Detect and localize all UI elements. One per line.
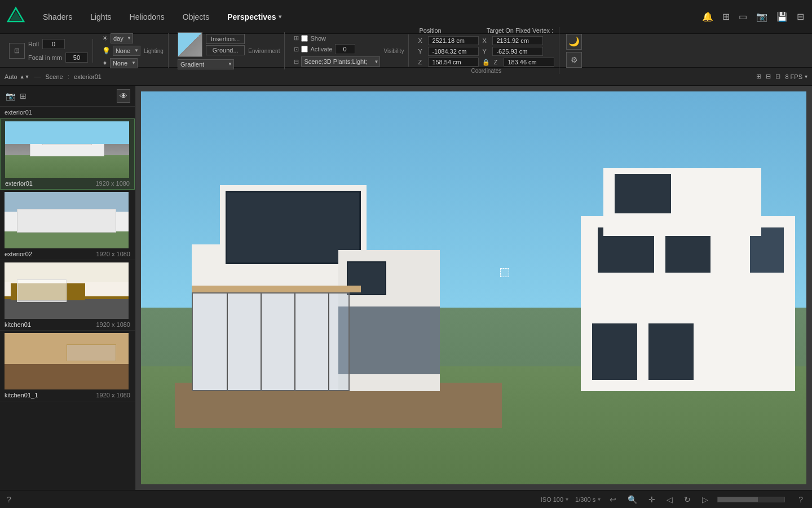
window-right-upper — [615, 174, 671, 213]
roll-input[interactable] — [42, 39, 65, 49]
activate-label: Activate — [310, 46, 332, 52]
sub-toolbar: Auto ▲▼ — Scene : exterior01 ⊞ ⊟ ⊡ 8 FPS… — [0, 68, 812, 86]
ground-button[interactable]: Ground... — [206, 45, 245, 55]
activate-value[interactable] — [335, 44, 355, 54]
focal-label: Focal in mm — [28, 54, 62, 61]
pos-z-input[interactable] — [428, 58, 479, 67]
scene-background — [141, 91, 806, 484]
sidebar-icon-camera[interactable]: 📷 — [5, 90, 16, 102]
pos-y-input[interactable] — [428, 47, 479, 56]
thumb-exterior01-img — [5, 121, 129, 178]
sub-toolbar-right: ⊞ ⊟ ⊡ 8 FPS ▾ — [756, 73, 807, 80]
camera-name[interactable]: exterior01 — [74, 73, 102, 80]
scene-visibility-select[interactable]: Scene;3D Plants;Light; — [301, 56, 380, 67]
menu-shaders[interactable]: Shaders — [35, 9, 80, 25]
glass-mullion-3 — [294, 294, 295, 390]
coordinates-label: Coordinates — [471, 68, 501, 74]
activate-icon: ⊡ — [294, 46, 299, 53]
sun-icon: ☀ — [102, 34, 108, 42]
camera-settings: ⊡ Roll Focal in mm — [5, 39, 93, 63]
sub-icon-grid2[interactable]: ⊟ — [766, 73, 771, 80]
persp-info-exterior02: exterior02 1920 x 1080 — [5, 251, 130, 257]
iso-arrow[interactable]: ▾ — [566, 496, 568, 502]
sub-icon-grid1[interactable]: ⊞ — [756, 73, 761, 80]
canopy — [192, 286, 361, 292]
none-select-2[interactable]: None — [110, 58, 138, 68]
auto-dropdown[interactable]: Auto ▲▼ — [5, 73, 29, 80]
perspectives-dropdown-arrow: ▾ — [279, 14, 281, 20]
main-area: 📷 ⊞ 👁 exterior01 exterior01 1920 x 1080 — [0, 86, 812, 490]
zoom-button[interactable]: 🔍 — [625, 494, 639, 505]
sidebar-tool-icons: 📷 ⊞ — [5, 90, 28, 102]
icon-window[interactable]: ▭ — [736, 9, 749, 24]
target-x-input[interactable] — [492, 36, 543, 45]
glass-mullion-4 — [328, 294, 329, 390]
target-y-input[interactable] — [492, 47, 543, 56]
night-day-toggle[interactable]: 🌙 — [566, 34, 582, 50]
env-preview-thumbnail — [178, 32, 202, 57]
move-button[interactable]: ✛ — [646, 494, 657, 505]
perspective-item-exterior02[interactable]: exterior02 1920 x 1080 — [0, 190, 135, 260]
perspectives-sidebar: 📷 ⊞ 👁 exterior01 exterior01 1920 x 1080 — [0, 86, 135, 490]
top-right-icons: 🔔 ⊞ ▭ 📷 💾 ⊟ — [700, 9, 806, 24]
target-z-input[interactable] — [504, 58, 554, 67]
main-toolbar: ⊡ Roll Focal in mm ☀ day — [0, 34, 812, 68]
visibility-label: Visibility — [383, 48, 404, 54]
back-button[interactable]: ◁ — [664, 494, 675, 505]
thumb-kitchen01_1-img — [5, 333, 129, 389]
icon-grid[interactable]: ⊟ — [795, 9, 806, 24]
focal-input[interactable] — [65, 52, 88, 63]
menu-perspectives[interactable]: Perspectives ▾ — [219, 9, 289, 25]
persp-size-exterior02: 1920 x 1080 — [96, 251, 130, 257]
persp-size-kitchen01_1: 1920 x 1080 — [96, 392, 130, 398]
persp-name-exterior02: exterior02 — [5, 251, 32, 257]
sub-icon-grid3[interactable]: ⊡ — [775, 73, 780, 80]
coordinates-section: Position Target On Fixed Vertex : X X Y … — [413, 27, 559, 74]
sidebar-icon-grid[interactable]: ⊞ — [19, 90, 28, 102]
coords-header: Position Target On Fixed Vertex : — [419, 27, 553, 34]
perspective-item-exterior01[interactable]: exterior01 1920 x 1080 — [0, 119, 135, 190]
menu-heliodons[interactable]: Heliodons — [122, 9, 173, 25]
undo-button[interactable]: ↩ — [607, 494, 619, 505]
persp-name-kitchen01: kitchen01 — [5, 321, 31, 328]
shutter-arrow[interactable]: ▾ — [598, 496, 601, 502]
app-logo — [6, 6, 26, 28]
insertion-button[interactable]: Insertion... — [206, 34, 245, 44]
thumb-kitchen01_1 — [5, 333, 129, 389]
lighting-label: Lighting — [144, 48, 164, 54]
sky-icon: ✦ — [102, 59, 108, 67]
sidebar-eye-button[interactable]: 👁 — [117, 89, 130, 103]
environment-section: Insertion... Ground... Gradient Environm… — [173, 32, 285, 69]
window-right-5 — [648, 323, 694, 380]
render-progress-fill — [718, 497, 758, 502]
glass-mullion-2 — [261, 294, 262, 390]
auto-arrow: ▲▼ — [20, 74, 30, 80]
activate-checkbox[interactable] — [301, 46, 308, 52]
fps-dropdown-arrow[interactable]: ▾ — [805, 73, 807, 80]
scene-item[interactable]: Scene — [45, 73, 63, 80]
pos-x-input[interactable] — [428, 36, 479, 45]
3d-viewport[interactable] — [135, 86, 812, 490]
selection-marker — [500, 268, 509, 277]
window-right-4 — [592, 323, 637, 380]
icon-notifications[interactable]: 🔔 — [700, 9, 716, 24]
position-coords: X X Y Y Z 🔒 Z — [418, 36, 554, 67]
redo-button[interactable]: ↻ — [682, 494, 693, 505]
menu-lights[interactable]: Lights — [82, 9, 119, 25]
icon-layout[interactable]: ⊞ — [720, 9, 732, 24]
icon-save[interactable]: 💾 — [774, 9, 790, 24]
persp-info-kitchen01_1: kitchen01_1 1920 x 1080 — [5, 392, 130, 398]
show-label: Show — [310, 35, 326, 42]
perspective-item-kitchen01[interactable]: kitchen01 1920 x 1080 — [0, 260, 135, 331]
settings-button[interactable]: ⚙ — [566, 52, 582, 68]
show-checkbox[interactable] — [301, 35, 308, 42]
perspective-item-kitchen01_1[interactable]: kitchen01_1 1920 x 1080 — [0, 331, 135, 401]
gradient-select[interactable]: Gradient — [178, 59, 234, 69]
icon-camera-top[interactable]: 📷 — [754, 9, 770, 24]
forward-button[interactable]: ▷ — [700, 494, 710, 505]
bottom-question[interactable]: ? — [796, 494, 805, 505]
day-select[interactable]: day — [111, 33, 133, 43]
none-select-1[interactable]: None — [113, 46, 140, 56]
building-right-upper — [603, 168, 761, 236]
menu-objects[interactable]: Objects — [175, 9, 217, 25]
